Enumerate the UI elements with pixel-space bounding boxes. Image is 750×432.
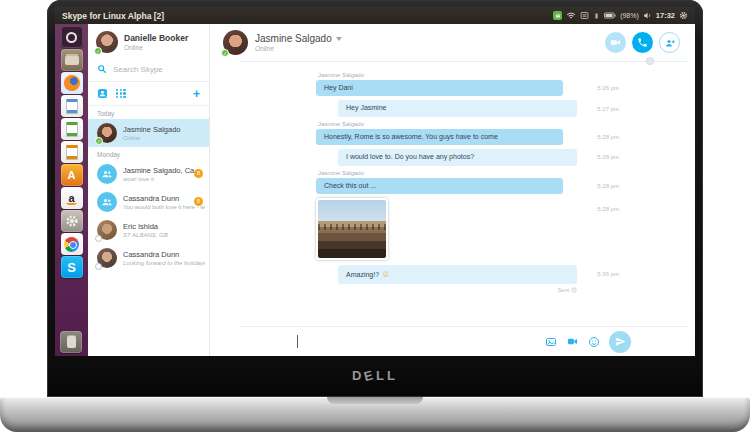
group-avatar <box>97 192 117 212</box>
message-text: Check this out ... <box>316 178 563 194</box>
contact-avatar: ✓ <box>97 123 117 143</box>
message-time: 5:28 pm <box>597 206 619 212</box>
dell-letter: L <box>387 368 398 383</box>
launcher-icon-chrome[interactable] <box>61 233 83 255</box>
self-status: Online <box>124 44 188 51</box>
conversation-name: Jasmine Salgado, Cassan... <box>123 166 203 175</box>
launcher-icon-skype[interactable] <box>61 256 83 278</box>
skype-sidebar: ✓ Danielle Booker Online Search Skype <box>88 24 210 356</box>
shared-photo-colosseum[interactable] <box>316 198 388 260</box>
launcher-icon-dash-home[interactable] <box>61 26 83 48</box>
message-text: Honestly, Rome is so awesome. You guys h… <box>316 129 563 145</box>
unread-badge: 8 <box>194 197 203 206</box>
message-received[interactable]: Honestly, Rome is so awesome. You guys h… <box>210 129 695 145</box>
message-sender-label: Jasmine Salgado <box>318 121 695 127</box>
chat-contact-name[interactable]: Jasmine Salgado <box>255 33 342 44</box>
offline-status-badge <box>95 235 102 242</box>
chat-contact-status: Online <box>255 45 342 52</box>
add-person-icon <box>664 37 676 49</box>
laptop-mockup: Skype for Linux Alpha [2] (98%) 17:32 <box>0 0 750 432</box>
chat-contact-avatar[interactable]: ✓ <box>223 30 248 55</box>
header-divider <box>240 61 687 62</box>
chat-contact-name-text: Jasmine Salgado <box>255 33 332 44</box>
online-status-badge: ✓ <box>94 47 102 55</box>
search-placeholder: Search Skype <box>113 65 163 74</box>
wifi-icon[interactable] <box>566 11 576 20</box>
add-conversation-button[interactable]: + <box>193 89 200 99</box>
laptop-base-notch <box>327 397 423 404</box>
message-sent[interactable]: I would love to. Do you have any photos?… <box>210 149 695 165</box>
conversation-cassandra-dunn[interactable]: Cassandra Dunn Looking forward to the ho… <box>88 244 209 272</box>
volume-icon[interactable] <box>643 11 652 20</box>
message-sent[interactable]: Hey Jasmine 5:27 pm <box>210 100 695 116</box>
dell-logo: DELL <box>47 361 703 389</box>
desktop-screen: Skype for Linux Alpha [2] (98%) 17:32 <box>55 7 695 356</box>
chevron-down-icon <box>336 37 342 41</box>
emoticon-icon[interactable] <box>588 336 600 348</box>
messaging-indicator-icon[interactable] <box>553 11 562 20</box>
conversation-preview: You would both love it here - we're havi… <box>123 204 205 210</box>
video-message-icon[interactable] <box>566 336 579 347</box>
battery-percent: (98%) <box>620 12 639 19</box>
contact-avatar <box>97 248 117 268</box>
video-camera-icon <box>610 37 621 48</box>
chat-panel: ✓ Jasmine Salgado Online <box>210 24 695 356</box>
search-input[interactable]: Search Skype <box>88 58 209 82</box>
voice-call-button[interactable] <box>632 32 653 53</box>
message-composer[interactable] <box>240 326 687 356</box>
battery-icon[interactable] <box>604 12 616 19</box>
conversation-cassandra-dunn-group[interactable]: Cassandra Dunn You would both love it he… <box>88 188 209 216</box>
smile-emoji: ☺ <box>381 269 390 279</box>
send-button[interactable] <box>609 331 631 353</box>
launcher-icon-libreoffice-calc[interactable] <box>61 118 83 140</box>
system-tray[interactable]: (98%) 17:32 <box>553 11 688 21</box>
phone-icon <box>637 37 648 48</box>
message-received[interactable]: Check this out ... 5:28 pm <box>210 178 695 194</box>
keyboard-indicator-icon[interactable] <box>580 11 589 20</box>
launcher-icon-file-manager[interactable] <box>61 49 83 71</box>
scroll-indicator[interactable] <box>646 57 654 65</box>
conversation-eric-ishida[interactable]: Eric Ishida ST ALBANS, GB <box>88 216 209 244</box>
conversation-name: Eric Ishida <box>123 222 168 231</box>
conversation-group-jasmine-cassandra[interactable]: Jasmine Salgado, Cassan... wow! love it … <box>88 160 209 188</box>
sent-clock-icon <box>571 287 577 293</box>
message-sent[interactable]: Amazing!? ☺ 5:36 pm <box>210 265 695 284</box>
launcher-icon-trash[interactable] <box>60 331 82 353</box>
message-list: Jasmine Salgado Hey Dani 5:26 pm Hey Jas… <box>210 62 695 326</box>
dialpad-icon[interactable] <box>116 89 126 99</box>
send-plane-icon <box>615 336 626 347</box>
message-text-content: Amazing!? <box>346 271 379 278</box>
launcher-icon-firefox[interactable] <box>61 72 83 94</box>
launcher-icon-libreoffice-writer[interactable] <box>61 95 83 117</box>
clock[interactable]: 17:32 <box>656 11 675 20</box>
message-received[interactable]: Hey Dani 5:26 pm <box>210 80 695 96</box>
self-profile[interactable]: ✓ Danielle Booker Online <box>88 24 209 58</box>
message-time: 5:28 pm <box>597 183 619 189</box>
sent-label: Sent <box>558 287 569 293</box>
launcher-icon-libreoffice-impress[interactable] <box>61 141 83 163</box>
self-name: Danielle Booker <box>124 33 188 43</box>
conversation-preview: wow! love it <box>123 176 203 182</box>
skype-window: ✓ Danielle Booker Online Search Skype <box>88 24 695 356</box>
contact-avatar <box>97 220 117 240</box>
contacts-icon[interactable] <box>97 88 108 99</box>
message-time: 5:26 pm <box>597 85 619 91</box>
self-avatar[interactable]: ✓ <box>96 31 118 53</box>
online-status-badge: ✓ <box>221 49 229 57</box>
launcher-icon-software-center[interactable] <box>61 164 83 186</box>
video-call-button[interactable] <box>605 32 626 53</box>
launcher-icon-system-settings[interactable] <box>61 210 83 232</box>
send-photo-icon[interactable] <box>545 336 557 348</box>
session-gear-icon[interactable] <box>679 11 688 20</box>
people-icon <box>101 196 113 208</box>
bluetooth-icon[interactable] <box>593 11 600 21</box>
message-time: 5:28 pm <box>597 134 619 140</box>
message-image: 5:28 pm <box>210 198 695 260</box>
sidebar-toolbar: + <box>88 82 209 106</box>
conversation-jasmine-salgado[interactable]: ✓ Jasmine Salgado Online <box>88 119 209 147</box>
sent-indicator: Sent <box>558 287 577 293</box>
add-participant-button[interactable] <box>659 32 680 53</box>
launcher-icon-amazon[interactable] <box>61 187 83 209</box>
text-caret <box>297 335 298 348</box>
unread-badge: 8 <box>194 169 203 178</box>
